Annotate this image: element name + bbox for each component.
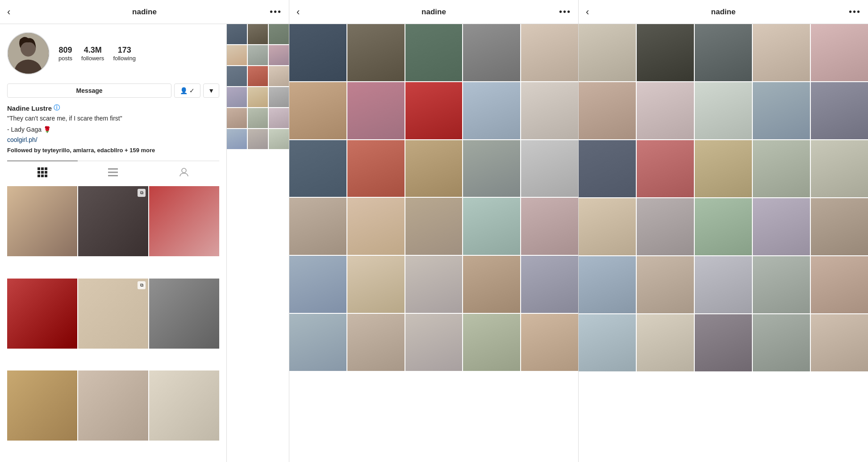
profile-link[interactable]: coolgirl.ph/: [7, 136, 219, 143]
p2-photo-11[interactable]: [289, 140, 346, 197]
p2-photo-10[interactable]: [521, 82, 578, 139]
back-icon-3[interactable]: ‹: [586, 6, 589, 18]
p3-photo-3[interactable]: [695, 24, 752, 81]
p2-photo-9[interactable]: [463, 82, 520, 139]
side-photo-3[interactable]: [269, 24, 289, 44]
grid-photo-5[interactable]: ⧉: [78, 279, 148, 349]
more-icon-3[interactable]: •••: [849, 7, 861, 17]
side-photo-5[interactable]: [248, 45, 268, 65]
p2-photo-7[interactable]: [347, 82, 405, 139]
side-photo-18[interactable]: [269, 129, 289, 149]
p3-photo-16[interactable]: [579, 198, 636, 255]
grid-photo-2[interactable]: ⧉: [78, 186, 148, 256]
side-photo-17[interactable]: [248, 129, 268, 149]
p2-photo-30[interactable]: [521, 314, 578, 371]
p3-photo-2[interactable]: [637, 24, 694, 81]
grid-photo-6[interactable]: [149, 279, 219, 349]
p2-photo-16[interactable]: [289, 198, 346, 255]
p3-photo-12[interactable]: [637, 140, 694, 197]
p3-photo-8[interactable]: [695, 82, 752, 139]
p3-photo-27[interactable]: [637, 314, 694, 371]
p2-photo-23[interactable]: [405, 256, 463, 313]
p2-photo-18[interactable]: [405, 198, 463, 255]
p2-photo-21[interactable]: [289, 256, 346, 313]
p2-photo-5[interactable]: [521, 24, 578, 81]
p2-photo-29[interactable]: [463, 314, 520, 371]
grid-photo-7[interactable]: [7, 370, 77, 441]
p2-photo-25[interactable]: [521, 256, 578, 313]
side-photo-12[interactable]: [269, 87, 289, 107]
p3-photo-9[interactable]: [753, 82, 810, 139]
p2-photo-1[interactable]: [289, 24, 346, 81]
back-icon-2[interactable]: ‹: [296, 6, 300, 18]
stat-posts[interactable]: 809 posts: [58, 46, 72, 62]
p2-photo-12[interactable]: [347, 140, 405, 197]
p3-photo-29[interactable]: [753, 314, 810, 371]
p2-photo-8[interactable]: [405, 82, 463, 139]
p3-photo-1[interactable]: [579, 24, 636, 81]
side-photo-8[interactable]: [248, 66, 268, 86]
side-photo-2[interactable]: [248, 24, 268, 44]
p2-photo-19[interactable]: [463, 198, 520, 255]
tab-grid[interactable]: [7, 161, 78, 186]
grid-photo-8[interactable]: [78, 370, 148, 441]
side-photo-4[interactable]: [227, 45, 247, 65]
tab-list[interactable]: [78, 161, 148, 186]
side-photo-13[interactable]: [227, 108, 247, 128]
p2-photo-22[interactable]: [347, 256, 405, 313]
p2-photo-17[interactable]: [347, 198, 405, 255]
more-icon-2[interactable]: •••: [559, 7, 571, 17]
p3-photo-25[interactable]: [811, 256, 868, 313]
message-button[interactable]: Message: [7, 83, 171, 98]
side-photo-10[interactable]: [227, 87, 247, 107]
p3-photo-24[interactable]: [753, 256, 810, 313]
side-photo-9[interactable]: [269, 66, 289, 86]
p2-photo-3[interactable]: [405, 24, 463, 81]
p3-photo-26[interactable]: [579, 314, 636, 371]
side-photo-6[interactable]: [269, 45, 289, 65]
p3-photo-21[interactable]: [579, 256, 636, 313]
p2-photo-14[interactable]: [463, 140, 520, 197]
p2-photo-20[interactable]: [521, 198, 578, 255]
p3-photo-11[interactable]: [579, 140, 636, 197]
p3-photo-23[interactable]: [695, 256, 752, 313]
followed-by-users[interactable]: teyteyrillo, amlarra, edacbllro: [42, 147, 123, 154]
back-icon-1[interactable]: ‹: [7, 6, 10, 18]
p2-photo-26[interactable]: [289, 314, 346, 371]
p3-photo-7[interactable]: [637, 82, 694, 139]
more-icon-1[interactable]: •••: [270, 7, 282, 17]
side-photo-14[interactable]: [248, 108, 268, 128]
p3-photo-28[interactable]: [695, 314, 752, 371]
p3-photo-18[interactable]: [695, 198, 752, 255]
stat-followers[interactable]: 4.3M followers: [81, 46, 104, 62]
dropdown-button[interactable]: ▼: [203, 83, 219, 98]
avatar[interactable]: [7, 32, 50, 75]
side-photo-11[interactable]: [248, 87, 268, 107]
p2-photo-6[interactable]: [289, 82, 346, 139]
stat-following[interactable]: 173 following: [113, 46, 136, 62]
p2-photo-15[interactable]: [521, 140, 578, 197]
side-photo-15[interactable]: [269, 108, 289, 128]
grid-photo-1[interactable]: [7, 186, 77, 256]
p2-photo-4[interactable]: [463, 24, 520, 81]
grid-photo-4[interactable]: [7, 279, 77, 349]
side-photo-1[interactable]: [227, 24, 247, 44]
p3-photo-30[interactable]: [811, 314, 868, 371]
side-photo-16[interactable]: [227, 129, 247, 149]
p3-photo-5[interactable]: [811, 24, 868, 81]
tab-tagged[interactable]: [149, 161, 219, 186]
p3-photo-20[interactable]: [811, 198, 868, 255]
grid-photo-3[interactable]: [149, 186, 219, 256]
p2-photo-24[interactable]: [463, 256, 520, 313]
p3-photo-17[interactable]: [637, 198, 694, 255]
p3-photo-14[interactable]: [753, 140, 810, 197]
p3-photo-13[interactable]: [695, 140, 752, 197]
p2-photo-27[interactable]: [347, 314, 405, 371]
p3-photo-10[interactable]: [811, 82, 868, 139]
grid-photo-9[interactable]: [149, 370, 219, 441]
p3-photo-6[interactable]: [579, 82, 636, 139]
p3-photo-15[interactable]: [811, 140, 868, 197]
p3-photo-22[interactable]: [637, 256, 694, 313]
p2-photo-28[interactable]: [405, 314, 463, 371]
side-photo-7[interactable]: [227, 66, 247, 86]
